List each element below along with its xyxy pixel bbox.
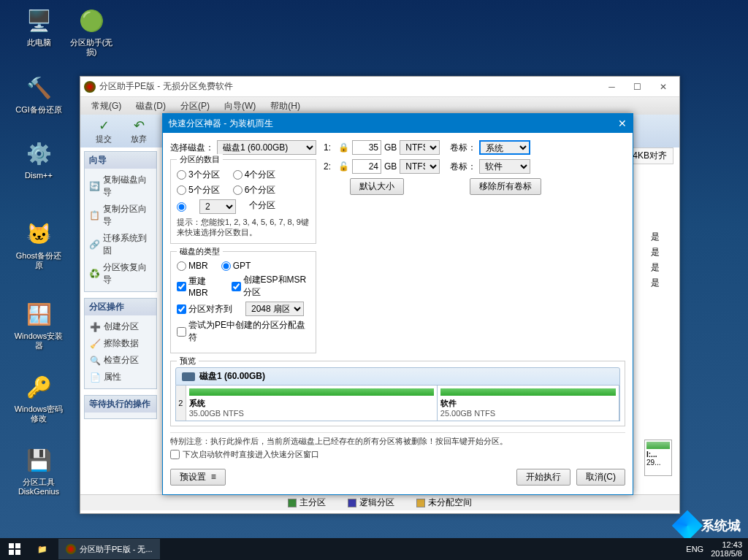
dialog-close-button[interactable]: ✕ [618, 118, 627, 129]
preview-group: 预览 磁盘1 (60.00GB) 2系统35.00GB NTFS软件25.00G… [170, 361, 625, 426]
desktop-icon-label: 分区助手(无损) [66, 38, 117, 57]
check-rebuild-mbr[interactable]: 重建MBR [177, 274, 218, 299]
desktop-icon[interactable]: 🔨CGI备份还原 [13, 73, 64, 115]
check-next-time[interactable]: 下次启动软件时直接进入快速分区窗口 [170, 449, 625, 460]
volume-select[interactable]: 软件 [479, 159, 530, 174]
sidebar-item[interactable]: 🔗迁移系统到固 [88, 230, 153, 259]
menu-item[interactable]: 磁盘(D) [129, 100, 173, 112]
sidebar-item[interactable]: 🧹擦除数据 [88, 335, 153, 352]
desktop-icon[interactable]: 🟢分区助手(无损) [66, 6, 117, 57]
watermark-logo-icon [672, 510, 703, 541]
clock[interactable]: 12:43 2018/5/8 [711, 540, 742, 558]
unit-label: GB [384, 161, 397, 172]
desktop-icon[interactable]: 🪟Windows安装器 [13, 299, 64, 350]
desktop-icon-glyph: ⚙️ [24, 139, 53, 168]
partition-row: 2: 🔓 GB NTFS 卷标： 软件 [324, 159, 625, 174]
radio-4-partitions[interactable]: 4个分区 [233, 169, 276, 181]
custom-count-select[interactable]: 2 [199, 199, 236, 214]
app-icon [84, 81, 96, 93]
sidebar-panel: 向导🔄复制磁盘向导📋复制分区向导🔗迁移系统到固♻️分区恢复向导 [84, 151, 157, 292]
fs-select[interactable]: NTFS [400, 140, 440, 155]
system-tray: ENG 12:43 2018/5/8 [686, 540, 748, 558]
panel-header: 等待执行的操作 [85, 396, 156, 413]
radio-gpt[interactable]: GPT [221, 261, 251, 271]
volume-select[interactable]: 系统 [479, 140, 530, 155]
svg-rect-3 [15, 550, 20, 555]
check-try-pe[interactable]: 尝试为PE中创建的分区分配盘符 [177, 319, 310, 344]
check-create-esp[interactable]: 创建ESP和MSR分区 [232, 274, 310, 299]
radio-3-partitions[interactable]: 3个分区 [177, 169, 220, 181]
size-input[interactable] [352, 159, 381, 174]
cancel-button[interactable]: 取消(C) [576, 469, 625, 486]
check-align[interactable]: 分区对齐到 [177, 302, 232, 316]
svg-rect-2 [9, 550, 14, 555]
radio-6-partitions[interactable]: 6个分区 [233, 184, 276, 196]
select-disk-label: 选择磁盘： [170, 142, 214, 154]
language-indicator[interactable]: ENG [686, 545, 703, 553]
menu-item[interactable]: 分区(P) [173, 100, 217, 112]
disk-type-label: 磁盘的类型 [177, 246, 223, 257]
desktop-icon-glyph: 🐱 [24, 219, 53, 248]
desktop-icon-label: 分区工具DiskGenius [13, 477, 64, 496]
disk-icon [182, 372, 195, 381]
desktop-icon[interactable]: 🖥️此电脑 [13, 6, 64, 47]
desktop-icon-label: Ghost备份还原 [13, 251, 64, 270]
desktop-icon[interactable]: 🐱Ghost备份还原 [13, 219, 64, 270]
disk-select[interactable]: 磁盘1 (60.00GB) [217, 140, 316, 155]
grid-header-cell[interactable]: 4KB对齐 [626, 147, 673, 164]
thumb-label: I:... [646, 450, 670, 459]
panel-header: 分区操作 [85, 299, 156, 315]
sidebar-panel: 分区操作➕创建分区🧹擦除数据🔍检查分区📄属性 [84, 298, 157, 389]
watermark: 系统城 [676, 515, 741, 537]
sidebar-item[interactable]: ➕创建分区 [88, 318, 153, 335]
desktop-icon[interactable]: 💾分区工具DiskGenius [13, 445, 64, 496]
preset-button[interactable]: 预设置 ≡ [170, 469, 226, 486]
menu-item[interactable]: 帮助(H) [263, 100, 308, 112]
toolbar-button[interactable]: ↶放弃 [121, 118, 156, 145]
menu-item[interactable]: 向导(W) [217, 100, 263, 112]
size-input[interactable] [352, 140, 381, 155]
desktop-icon-label: CGI备份还原 [13, 105, 64, 115]
taskbar-app-button[interactable]: 分区助手PE版 - 无... [58, 539, 160, 559]
sidebar-item[interactable]: 📋复制分区向导 [88, 201, 153, 230]
minimize-button[interactable]: ─ [599, 80, 625, 94]
sidebar-panel: 等待执行的操作 [84, 395, 157, 419]
row-index: 2: [324, 161, 335, 172]
desktop-icon[interactable]: ⚙️Dism++ [13, 139, 64, 180]
window-title: 分区助手PE版 - 无损分区免费软件 [99, 80, 233, 93]
fs-select[interactable]: NTFS [400, 159, 440, 174]
align-select[interactable]: 2048 扇区 [245, 302, 304, 316]
lock-icon[interactable]: 🔒 [338, 142, 349, 153]
close-button[interactable]: ✕ [650, 80, 676, 94]
menubar: 常规(G)磁盘(D)分区(P)向导(W)帮助(H) [80, 97, 679, 115]
legend-item: 逻辑分区 [348, 496, 394, 509]
radio-5-partitions[interactable]: 5个分区 [177, 184, 220, 196]
sidebar-item[interactable]: ♻️分区恢复向导 [88, 259, 153, 288]
maximize-button[interactable]: ☐ [625, 80, 650, 94]
remove-labels-button[interactable]: 移除所有卷标 [470, 178, 541, 195]
preview-disk-name: 磁盘1 (60.00GB) [199, 370, 265, 383]
radio-mbr[interactable]: MBR [177, 261, 208, 271]
sidebar-item[interactable]: 🔍检查分区 [88, 352, 153, 369]
preview-disk-bar: 2系统35.00GB NTFS软件25.00GB NTFS [175, 386, 620, 421]
start-button[interactable]: 开始执行 [516, 469, 570, 486]
preview-partition[interactable]: 软件25.00GB NTFS [438, 386, 619, 421]
sidebar-item[interactable]: 🔄复制磁盘向导 [88, 172, 153, 201]
start-button[interactable] [0, 538, 29, 560]
partition-count-label: 分区的数目 [177, 154, 223, 165]
taskbar-app-label: 分区助手PE版 - 无... [80, 544, 153, 555]
lock-icon[interactable]: 🔓 [338, 161, 349, 172]
legend: 主分区逻辑分区未分配空间 [80, 494, 679, 510]
desktop-icon-glyph: 💾 [24, 445, 53, 475]
preview-partition[interactable]: 系统35.00GB NTFS [186, 386, 438, 421]
toolbar-button[interactable]: ✓提交 [86, 118, 121, 145]
menu-item[interactable]: 常规(G) [84, 100, 129, 112]
warning-note: 特别注意：执行此操作后，当前所选磁盘上已经存在的所有分区将被删除！按回车键开始分… [170, 432, 625, 463]
titlebar: 分区助手PE版 - 无损分区免费软件 ─ ☐ ✕ [80, 77, 679, 97]
disk-thumbnail[interactable]: I:... 29... [644, 440, 672, 476]
default-size-button[interactable]: 默认大小 [350, 178, 404, 195]
radio-custom-partitions[interactable] [177, 199, 186, 214]
file-explorer-taskbar-icon[interactable]: 📁 [29, 545, 56, 554]
sidebar-item[interactable]: 📄属性 [88, 369, 153, 386]
desktop-icon[interactable]: 🔑Windows密码修改 [13, 372, 64, 423]
